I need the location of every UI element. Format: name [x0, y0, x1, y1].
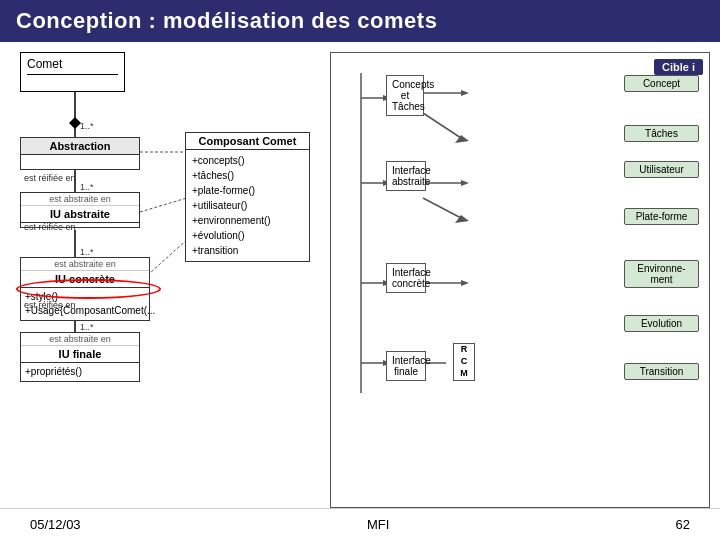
iu-finale-class: est abstraite en IU finale +propriétés() [20, 332, 140, 382]
evolution-label: Evolution [631, 318, 692, 329]
svg-line-7 [140, 197, 190, 212]
composant-method-5: +environnement() [192, 213, 303, 228]
interface-concrete-line2: concrète [392, 278, 420, 289]
concepts-line3: Tâches [392, 101, 418, 112]
concepts-taches-box: Concepts et Tâches [386, 75, 424, 116]
abstraction-class: Abstraction [20, 137, 140, 170]
comet-box-title: Comet [27, 57, 118, 71]
cible-header: Cible i [654, 59, 703, 75]
plate-forme-label: Plate-forme [631, 211, 692, 222]
svg-marker-12 [455, 135, 469, 143]
interface-concrete-line1: Interface [392, 267, 420, 278]
environnement-label: Environne-ment [631, 263, 692, 285]
abstraction-class-name: Abstraction [21, 138, 139, 155]
utilisateur-box: Utilisateur [624, 161, 699, 178]
interface-abstraite-line2: abstraite [392, 176, 420, 187]
taches-label: Tâches [631, 128, 692, 139]
composant-method-1: +concepts() [192, 153, 303, 168]
iu-abstraite-stereotype: est abstraite en [21, 193, 139, 206]
comet-box-body [27, 75, 118, 87]
svg-marker-14 [461, 180, 469, 186]
iu-finale-methods: +propriétés() [21, 363, 139, 381]
interface-finale-box: Interface finale [386, 351, 426, 381]
utilisateur-label: Utilisateur [631, 164, 692, 175]
abstraction-label-top: 1..* [80, 121, 94, 131]
iu-concrete-class: est abstraite en IU concrète +style() +U… [20, 257, 150, 321]
rcm-r: R [461, 344, 468, 356]
interface-finale-line2: finale [392, 366, 420, 377]
iu-concrete-label1: 1..* [80, 247, 94, 257]
abstraction-class-methods [21, 155, 139, 169]
concepts-line1: Concepts [392, 79, 418, 90]
composant-method-7: +transition [192, 243, 303, 258]
composant-comet-title: Composant Comet [186, 133, 309, 150]
footer-center: MFI [367, 517, 389, 532]
concept-label: Concept [631, 78, 692, 89]
svg-marker-16 [455, 215, 469, 223]
concept-box: Concept [624, 75, 699, 92]
plate-forme-box: Plate-forme [624, 208, 699, 225]
composant-comet-methods: +concepts() +tâches() +plate-forme() +ut… [186, 150, 309, 261]
iu-finale-stereotype: est abstraite en [21, 333, 139, 346]
interface-abstraite-box: Interface abstraite [386, 161, 426, 191]
svg-line-15 [423, 198, 461, 218]
taches-box: Tâches [624, 125, 699, 142]
uml-right-panel: Cible i Concepts et Tâches Concept Tâche… [330, 52, 710, 508]
footer: 05/12/03 MFI 62 [0, 508, 720, 540]
interface-finale-line1: Interface [392, 355, 420, 366]
iu-abstraite-label1: 1..* [80, 182, 94, 192]
environnement-box: Environne-ment [624, 260, 699, 288]
iu-concrete-name: IU concrète [21, 271, 149, 288]
transition-box: Transition [624, 363, 699, 380]
rcm-c: C [461, 356, 468, 368]
iu-abstraite-label2: est réifiée en [24, 222, 76, 232]
rcm-m: M [460, 368, 468, 380]
composant-method-3: +plate-forme() [192, 183, 303, 198]
main-content: Comet Abstraction 1..* est réifiée en es… [0, 42, 720, 508]
concepts-line2: et [392, 90, 418, 101]
composant-method-2: +tâches() [192, 168, 303, 183]
iu-finale-label1: 1..* [80, 322, 94, 332]
footer-left: 05/12/03 [30, 517, 81, 532]
est-reifiee-en-label: est réifiée en [24, 173, 76, 183]
footer-right: 62 [676, 517, 690, 532]
comet-box: Comet [20, 52, 125, 92]
iu-abstraite-name: IU abstraite [21, 206, 139, 223]
transition-label: Transition [631, 366, 692, 377]
svg-marker-10 [461, 90, 469, 96]
interface-abstraite-line1: Interface [392, 165, 420, 176]
interface-concrete-box: Interface concrète [386, 263, 426, 293]
svg-line-11 [423, 113, 461, 138]
header: Conception : modélisation des comets [0, 0, 720, 42]
composant-comet-box: Composant Comet +concepts() +tâches() +p… [185, 132, 310, 262]
rcm-box: R C M [453, 343, 475, 381]
uml-left-panel: Comet Abstraction 1..* est réifiée en es… [10, 52, 320, 508]
svg-marker-18 [461, 280, 469, 286]
iu-concrete-label2: est réifiée en [24, 300, 76, 310]
header-title: Conception : modélisation des comets [16, 8, 437, 34]
composant-method-6: +évolution() [192, 228, 303, 243]
composant-method-4: +utilisateur() [192, 198, 303, 213]
iu-finale-method-1: +propriétés() [25, 365, 135, 379]
evolution-box: Evolution [624, 315, 699, 332]
iu-finale-name: IU finale [21, 346, 139, 363]
abstraction-empty [25, 157, 135, 167]
iu-concrete-stereotype: est abstraite en [21, 258, 149, 271]
